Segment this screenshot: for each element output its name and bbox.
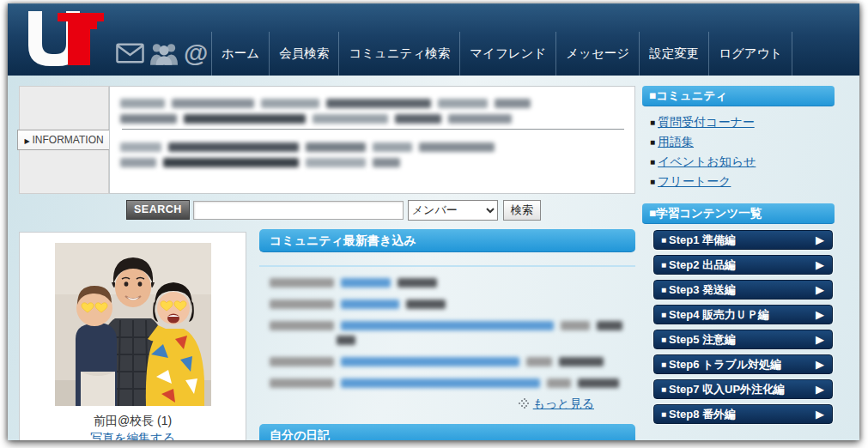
- play-arrow-icon: ▶: [816, 284, 824, 295]
- redacted-feed-row: [270, 275, 635, 285]
- main-nav: ホーム 会員検索 コミュニティ検索 マイフレンド メッセージ 設定変更 ログアウ…: [211, 32, 792, 76]
- step7-label: Step7 収入UP外注化編: [669, 382, 785, 397]
- redacted-feed-row: [270, 354, 635, 364]
- play-arrow-icon: ▶: [816, 334, 824, 345]
- nav-item-home[interactable]: ホーム: [211, 32, 269, 76]
- step4-button[interactable]: ■Step4 販売力ＵＰ編▶: [653, 305, 833, 324]
- redacted-text: [120, 95, 626, 106]
- information-content: [109, 86, 635, 194]
- top-navbar: @ ホーム 会員検索 コミュニティ検索 マイフレンド メッセージ 設定変更 ログ…: [8, 3, 859, 76]
- nav-item-messages[interactable]: メッセージ: [555, 32, 639, 76]
- community-links: ■質問受付コーナー ■用語集 ■イベントお知らせ ■フリートーク: [650, 112, 835, 191]
- square-bullet: ■: [661, 409, 666, 419]
- step3-label: Step3 発送編: [669, 282, 736, 298]
- play-arrow-icon: ▶: [816, 409, 824, 420]
- redacted-feed-row: [270, 296, 635, 306]
- profile-name: 前田@校長 (1): [20, 414, 246, 429]
- link-free-talk: ■フリートーク: [650, 172, 835, 191]
- step8-button[interactable]: ■Step8 番外編▶: [653, 404, 833, 424]
- step5-button[interactable]: ■Step5 注意編▶: [653, 330, 833, 349]
- play-arrow-icon: ▶: [816, 234, 824, 245]
- step2-button[interactable]: ■Step2 出品編▶: [653, 255, 833, 275]
- link-question-corner: ■質問受付コーナー: [650, 112, 835, 132]
- more-link[interactable]: もっと見る: [533, 397, 594, 410]
- step1-label: Step1 準備編: [669, 233, 736, 248]
- play-arrow-icon: ▶: [816, 384, 824, 395]
- search-button[interactable]: 検索: [503, 200, 541, 221]
- community-latest-feed: [259, 275, 635, 385]
- square-bullet: ■: [661, 260, 666, 269]
- step-buttons: ■Step1 準備編▶ ■Step2 出品編▶ ■Step3 発送編▶ ■Ste…: [653, 230, 835, 424]
- square-bullet: ■: [661, 235, 666, 245]
- square-bullet: ■: [661, 384, 666, 394]
- step5-label: Step5 注意編: [669, 332, 736, 348]
- nav-item-my-friends[interactable]: マイフレンド: [459, 32, 555, 76]
- square-bullet: ■: [649, 89, 656, 102]
- nav-item-community-search[interactable]: コミュニティ検索: [338, 32, 459, 76]
- divider: [259, 265, 635, 267]
- triangle-right-icon: ▶: [24, 137, 29, 145]
- square-bullet: ■: [661, 335, 666, 344]
- play-arrow-icon: ▶: [816, 309, 824, 320]
- event-news-link[interactable]: イベントお知らせ: [658, 154, 756, 168]
- search-input[interactable]: [193, 201, 404, 220]
- play-arrow-icon: ▶: [816, 259, 824, 270]
- step2-label: Step2 出品編: [669, 257, 736, 273]
- step1-button[interactable]: ■Step1 準備編▶: [653, 230, 833, 250]
- square-bullet: ■: [650, 157, 655, 166]
- step6-label: Step6 トラブル対処編: [669, 357, 781, 372]
- search-bar: SEARCH メンバー 検索: [126, 198, 541, 221]
- ut-logo: [27, 11, 106, 66]
- divider: [122, 129, 624, 130]
- search-scope-select[interactable]: メンバー: [408, 200, 498, 221]
- search-label: SEARCH: [126, 200, 190, 220]
- nav-item-member-search[interactable]: 会員検索: [269, 32, 338, 76]
- square-bullet: ■: [650, 177, 655, 186]
- redacted-text: [120, 111, 626, 121]
- play-arrow-icon: ▶: [816, 359, 824, 370]
- step6-button[interactable]: ■Step6 トラブル対処編▶: [653, 354, 833, 374]
- link-glossary: ■用語集: [650, 132, 835, 152]
- square-bullet: ■: [661, 310, 666, 319]
- square-bullet: ■: [650, 118, 655, 127]
- nav-item-settings[interactable]: 設定変更: [639, 32, 708, 76]
- mail-icon[interactable]: [116, 43, 144, 64]
- page-window: @ ホーム 会員検索 コミュニティ検索 マイフレンド メッセージ 設定変更 ログ…: [8, 3, 859, 440]
- information-label: INFORMATION: [33, 134, 104, 146]
- header-icons: @: [116, 41, 208, 65]
- redacted-text: [120, 154, 626, 165]
- step8-label: Step8 番外編: [669, 407, 736, 422]
- step4-label: Step4 販売力ＵＰ編: [669, 307, 769, 323]
- center-column: コミュニティ最新書き込み: [259, 229, 635, 440]
- community-latest-header: コミュニティ最新書き込み: [259, 229, 635, 252]
- redacted-feed-row: [270, 332, 635, 342]
- dots-icon: [519, 398, 529, 409]
- redacted-feed-row: [270, 375, 635, 385]
- community-section-header: ■コミュニティ: [642, 86, 835, 106]
- step7-button[interactable]: ■Step7 収入UP外注化編▶: [653, 379, 833, 399]
- information-panel: ▶INFORMATION: [19, 86, 109, 194]
- question-corner-link[interactable]: 質問受付コーナー: [658, 115, 755, 129]
- information-toggle[interactable]: ▶INFORMATION: [17, 130, 110, 150]
- free-talk-link[interactable]: フリートーク: [658, 174, 731, 188]
- learning-section-header: ■学習コンテンツ一覧: [642, 203, 835, 224]
- edit-photo-link[interactable]: 写真を編集する: [90, 431, 175, 440]
- redacted-feed-row: [270, 318, 635, 328]
- my-diary-header: 自分の日記: [259, 424, 635, 440]
- nav-item-logout[interactable]: ログアウト: [708, 32, 792, 76]
- glossary-link[interactable]: 用語集: [658, 135, 694, 148]
- more-row: もっと見る: [259, 397, 635, 412]
- square-bullet: ■: [661, 360, 666, 369]
- profile-photo: [55, 243, 211, 406]
- square-bullet: ■: [650, 137, 655, 147]
- community-section-label: コミュニティ: [656, 89, 727, 102]
- square-bullet: ■: [649, 207, 656, 220]
- at-icon[interactable]: @: [184, 41, 208, 65]
- link-event-news: ■イベントお知らせ: [650, 152, 835, 172]
- redacted-text: [120, 139, 626, 149]
- learning-section-label: 学習コンテンツ一覧: [656, 207, 762, 220]
- friends-icon[interactable]: [150, 42, 178, 65]
- profile-card: 前田@校長 (1) 写真を編集する: [19, 232, 246, 440]
- square-bullet: ■: [661, 285, 666, 294]
- step3-button[interactable]: ■Step3 発送編▶: [653, 280, 833, 300]
